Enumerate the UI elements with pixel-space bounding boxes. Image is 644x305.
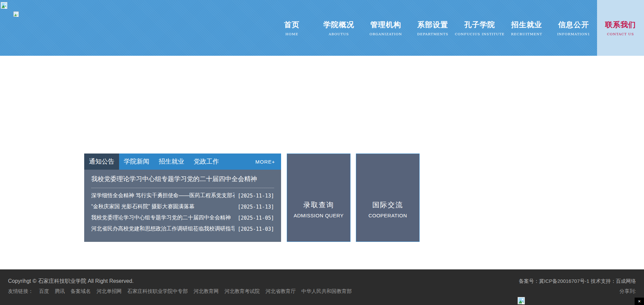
news-item-date: [2025-11-13] [238, 204, 274, 210]
news-item-date: [2025-11-03] [238, 226, 274, 232]
panel-subtitle: ADMISSION QUERY [294, 213, 344, 218]
tab-recruitment[interactable]: 招生就业 [154, 154, 189, 170]
panel-subtitle: COOPERATION [368, 213, 407, 218]
nav-sublabel: DEPARTMENTS [417, 32, 448, 36]
panel-title: 国际交流 [372, 200, 403, 210]
news-item-date: [2025-11-13] [238, 193, 274, 199]
icp-label: 备案号： [519, 278, 539, 284]
nav-item-about[interactable]: 学院概况 ABOUTUS [315, 0, 362, 56]
nav-sublabel: CONFUCIUS INSTITUTE [455, 32, 504, 36]
footer-link-tencent[interactable]: 腾讯 [55, 288, 65, 294]
close-icon: × [638, 299, 641, 304]
nav-label: 系部设置 [417, 20, 448, 30]
nav-label: 招生就业 [511, 20, 542, 30]
nav-item-confucius-institute[interactable]: 孔子学院 CONFUCIUS INSTITUTE [456, 0, 503, 56]
support-label: 技术支持： [589, 278, 616, 284]
nav-label: 首页 [284, 20, 300, 30]
nav-label: 学院概况 [323, 20, 354, 30]
news-body: 我校党委理论学习中心组专题学习党的二十届四中全会精神 深学细悟全会精神 笃行实干… [84, 170, 281, 242]
news-list-item: 我校党委理论学习中心组专题学习党的二十届四中全会精神 [2025-11-05] [91, 212, 274, 223]
admission-query-panel[interactable]: 录取查询 ADMISSION QUERY [287, 154, 351, 242]
news-list: 深学细悟全会精神 笃行实干勇担使命——医药工程系党支部召... [2025-11… [91, 190, 274, 234]
nav-item-organization[interactable]: 管理机构 ORGANIZATION [362, 0, 409, 56]
footer-link-secondary-school[interactable]: 石家庄科技职业学院中专部 [127, 288, 188, 294]
tab-party-work[interactable]: 党政工作 [189, 154, 224, 170]
nav-label: 信息公开 [558, 20, 589, 30]
nav-label: 管理机构 [370, 20, 401, 30]
footer-link-beian-domain[interactable]: 备案域名 [71, 288, 91, 294]
nav-item-recruitment[interactable]: 招生就业 RECRUITMENT [503, 0, 550, 56]
international-cooperation-panel[interactable]: 国际交流 COOPERATION [356, 154, 420, 242]
panel-title: 录取查询 [303, 200, 334, 210]
news-tab-bar: 通知公告 学院新闻 招生就业 党政工作 MORE+ [84, 154, 281, 170]
news-list-item: 河北省民办高校党建和思想政治工作调研组莅临我校调研指导 [2025-11-03] [91, 223, 274, 234]
footer-link-moe[interactable]: 中华人民共和国教育部 [302, 288, 352, 294]
footer-right: 备案号：冀ICP备20016707号-1 技术支持：百成网络 分享到: [519, 276, 636, 296]
copyright-text: Copyrihgt © 石家庄科技职业学院 All Right Reserved… [8, 276, 352, 286]
broken-image-icon [1, 2, 7, 9]
nav-item-home[interactable]: 首页 HOME [268, 0, 315, 56]
page: 首页 HOME 学院概况 ABOUTUS 管理机构 ORGANIZATION 系… [0, 0, 644, 305]
footer-link-hebei-danzhao[interactable]: 河北单招网 [97, 288, 122, 294]
nav-sublabel: ORGANIZATION [370, 32, 402, 36]
nav-item-contact[interactable]: 联系我们 CONTACT US [597, 0, 644, 56]
support-name-link[interactable]: 百成网络 [616, 278, 636, 284]
close-bar-button[interactable]: × [635, 298, 644, 305]
footer-link-hebei-edu-dept[interactable]: 河北省教育厅 [265, 288, 296, 294]
tab-college-news[interactable]: 学院新闻 [119, 154, 154, 170]
news-list-item: 深学细悟全会精神 笃行实干勇担使命——医药工程系党支部召... [2025-11… [91, 190, 274, 201]
news-item-title[interactable]: “金秋庆家国 光影石科院” 摄影大赛圆满落幕 [91, 203, 234, 210]
news-item-title[interactable]: 我校党委理论学习中心组专题学习党的二十届四中全会精神 [91, 214, 234, 221]
site-header: 首页 HOME 学院概况 ABOUTUS 管理机构 ORGANIZATION 系… [0, 0, 644, 56]
more-link[interactable]: MORE+ [255, 159, 281, 165]
friend-links: 友情链接： 百度 腾讯 备案域名 河北单招网 石家庄科技职业学院中专部 河北教育… [8, 286, 352, 296]
footer-link-hebei-exam[interactable]: 河北教育考试院 [224, 288, 260, 294]
news-panel: 通知公告 学院新闻 招生就业 党政工作 MORE+ 我校党委理论学习中心组专题学… [84, 154, 281, 242]
nav-sublabel: RECRUITMENT [511, 32, 542, 36]
nav-label: 联系我们 [605, 20, 636, 30]
news-item-title[interactable]: 河北省民办高校党建和思想政治工作调研组莅临我校调研指导 [91, 225, 234, 232]
main-nav: 首页 HOME 学院概况 ABOUTUS 管理机构 ORGANIZATION 系… [268, 0, 644, 56]
nav-sublabel: ABOUTUS [329, 32, 349, 36]
footer-link-hebei-edu-net[interactable]: 河北教育网 [194, 288, 219, 294]
site-footer: Copyrihgt © 石家庄科技职业学院 All Right Reserved… [0, 269, 644, 305]
icp-line: 备案号：冀ICP备20016707号-1 技术支持：百成网络 [519, 276, 636, 286]
friend-links-label: 友情链接： [8, 288, 33, 294]
news-item-date: [2025-11-05] [238, 215, 274, 221]
nav-sublabel: INFORMATION1 [557, 32, 590, 36]
tab-notices[interactable]: 通知公告 [84, 154, 119, 170]
news-list-item: “金秋庆家国 光影石科院” 摄影大赛圆满落幕 [2025-11-13] [91, 201, 274, 212]
nav-item-information[interactable]: 信息公开 INFORMATION1 [550, 0, 597, 56]
share-broken-image-icon [517, 297, 525, 304]
nav-sublabel: HOME [285, 32, 298, 36]
news-headline[interactable]: 我校党委理论学习中心组专题学习党的二十届四中全会精神 [91, 175, 274, 183]
footer-link-baidu[interactable]: 百度 [39, 288, 49, 294]
share-label: 分享到: [519, 286, 636, 296]
nav-item-departments[interactable]: 系部设置 DEPARTMENTS [409, 0, 456, 56]
dotted-divider [91, 188, 274, 188]
nav-label: 孔子学院 [464, 20, 495, 30]
footer-left: Copyrihgt © 石家庄科技职业学院 All Right Reserved… [8, 276, 352, 296]
news-item-title[interactable]: 深学细悟全会精神 笃行实干勇担使命——医药工程系党支部召... [91, 192, 234, 199]
icp-number-link[interactable]: 冀ICP备20016707号-1 [539, 278, 589, 284]
nav-sublabel: CONTACT US [607, 32, 634, 36]
logo-broken-image-icon [13, 11, 19, 17]
